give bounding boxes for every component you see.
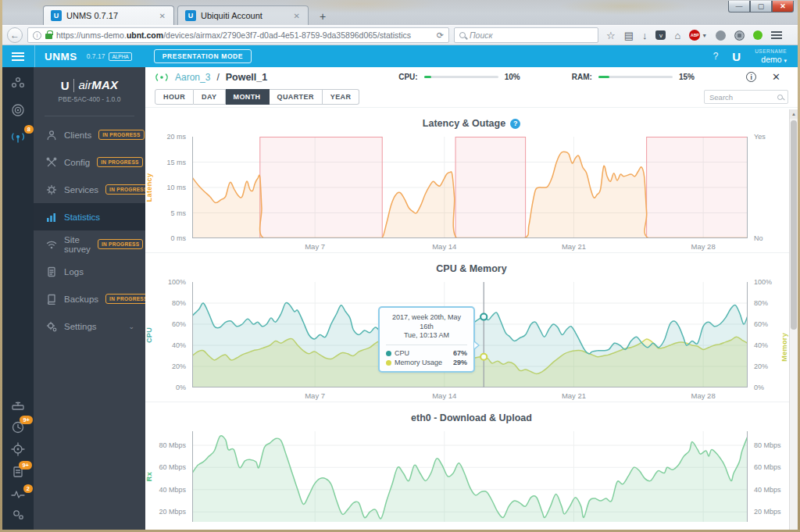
- in-progress-badge: IN PROGRESS: [105, 294, 151, 304]
- tab-month[interactable]: MONTH: [226, 89, 270, 105]
- crosshair-marker: [480, 314, 487, 320]
- url-bar[interactable]: i https://unms-demo.ubnt.com/devices/air…: [27, 27, 449, 43]
- eth0-plot[interactable]: [192, 431, 748, 522]
- tab-day[interactable]: DAY: [194, 89, 225, 105]
- antenna-devices-icon[interactable]: 8: [10, 130, 26, 147]
- sidebar-item-backups[interactable]: Backups IN PROGRESS: [34, 285, 145, 312]
- axis-tick-label: 0%: [754, 384, 764, 391]
- unms-brand[interactable]: UNMS: [45, 51, 77, 62]
- bookmark-star-icon[interactable]: ☆: [606, 30, 616, 41]
- tasks-clock-icon[interactable]: 9+: [11, 420, 25, 437]
- browser-search-bar[interactable]: Поиск: [454, 27, 598, 43]
- tab-hour[interactable]: HOUR: [155, 89, 194, 105]
- window-close-button[interactable]: ✕: [772, 1, 794, 12]
- tab-quarter[interactable]: QUARTER: [270, 89, 323, 105]
- https-lock-icon[interactable]: [45, 34, 52, 39]
- activity-pulse-icon[interactable]: 2: [11, 489, 25, 503]
- browser-window: U UNMS 0.7.17 ✕ U Ubiquiti Account ✕ + —…: [0, 0, 800, 532]
- browser-tab-ubiquiti-account[interactable]: U Ubiquiti Account ✕: [177, 5, 309, 25]
- sidebar-item-statistics[interactable]: Statistics: [34, 203, 145, 230]
- y-axis-title: CPU: [145, 327, 153, 342]
- system-gears-icon[interactable]: [11, 508, 25, 523]
- user-menu[interactable]: USERNAME demo ▾: [755, 48, 787, 64]
- outage-region: [647, 137, 748, 238]
- tab-close-icon[interactable]: ✕: [293, 12, 301, 20]
- sidebar-item-services[interactable]: Services IN PROGRESS: [34, 176, 145, 203]
- menu-hamburger-icon[interactable]: [771, 31, 782, 39]
- y-axis-title: Latency: [145, 173, 153, 202]
- window-maximize-button[interactable]: ▢: [750, 1, 772, 12]
- panel-scrollbar[interactable]: ▲: [789, 109, 798, 530]
- tab-close-icon[interactable]: ✕: [159, 12, 166, 20]
- y-axis-title: Rx: [145, 472, 153, 481]
- window-titlebar: U UNMS 0.7.17 ✕ U Ubiquiti Account ✕ + —…: [0, 0, 800, 25]
- sidebar-toggle-icon[interactable]: [12, 52, 24, 61]
- axis-tick-label: 80%: [172, 299, 186, 307]
- extension-icon[interactable]: [716, 30, 726, 41]
- x-axis-tick-label: May 14: [432, 242, 456, 251]
- sidebar-item-settings[interactable]: Settings ⌄: [34, 312, 145, 340]
- target-extension-icon[interactable]: [734, 30, 745, 41]
- navbar-icons: ☆ ▤ ↓ v ⌂ ABP▼: [603, 30, 785, 41]
- latency-outage-plot[interactable]: [192, 137, 748, 238]
- panel-search-input[interactable]: Search: [704, 90, 788, 104]
- device-discovery-icon[interactable]: [11, 400, 25, 414]
- panel-close-icon[interactable]: ✕: [772, 71, 780, 83]
- outage-region: [455, 137, 526, 238]
- tab-title: UNMS 0.7.17: [66, 11, 154, 20]
- time-range-tabs: HOUR DAY MONTH QUARTER YEAR: [155, 89, 359, 105]
- sites-cluster-icon[interactable]: [11, 77, 25, 92]
- breadcrumb-separator: /: [216, 72, 219, 83]
- memory-series-dot: [386, 360, 391, 366]
- chart-toolbar: HOUR DAY MONTH QUARTER YEAR Search: [145, 87, 798, 107]
- reload-icon[interactable]: ⟳: [437, 30, 444, 41]
- sidebar-item-site-survey[interactable]: Site survey IN PROGRESS: [34, 230, 145, 258]
- outage-region: [260, 137, 382, 238]
- in-progress-badge: IN PROGRESS: [98, 130, 144, 140]
- downloads-icon[interactable]: ↓: [642, 30, 648, 41]
- help-icon[interactable]: ?: [510, 119, 520, 129]
- logs-document-icon[interactable]: 9+: [12, 466, 24, 481]
- sidebar-item-clients[interactable]: Clients IN PROGRESS: [34, 121, 145, 148]
- scrollbar-up-arrow[interactable]: ▲: [790, 109, 798, 119]
- help-icon[interactable]: ?: [713, 51, 719, 62]
- browser-navbar: ← i https://unms-demo.ubnt.com/devices/a…: [2, 25, 798, 45]
- axis-tick-label: 80%: [754, 299, 768, 307]
- chart-title: Latency & Outage ?: [145, 118, 798, 129]
- locate-crosshair-icon[interactable]: [11, 442, 25, 459]
- bookmarks-menu-icon[interactable]: ▤: [624, 30, 634, 41]
- radar-target-icon[interactable]: [11, 103, 25, 120]
- search-icon: [777, 95, 783, 100]
- y-axis-left: 80 Mbps60 Mbps40 Mbps20 MbpsRx: [145, 431, 192, 522]
- latency-outage-section: Latency & Outage ? 20 ms15 ms10 ms5 ms0 …: [145, 107, 798, 252]
- pocket-icon[interactable]: v: [655, 30, 666, 40]
- sidebar-item-logs[interactable]: Logs: [34, 258, 145, 285]
- tab-year[interactable]: YEAR: [323, 89, 360, 105]
- axis-tick-label: 0 ms: [170, 234, 186, 242]
- window-minimize-button[interactable]: —: [728, 1, 750, 12]
- url-text[interactable]: https://unms-demo.ubnt.com/devices/airma…: [56, 30, 433, 40]
- y-axis-left: 100%80%60%40%20%0%CPU: [145, 282, 192, 387]
- sidebar-item-config[interactable]: Config IN PROGRESS: [34, 148, 145, 176]
- site-identity-icon[interactable]: i: [33, 31, 41, 40]
- new-tab-button[interactable]: +: [313, 10, 332, 25]
- browser-tab-unms[interactable]: U UNMS 0.7.17 ✕: [43, 5, 174, 25]
- home-icon[interactable]: ⌂: [674, 30, 680, 41]
- back-button[interactable]: ←: [7, 27, 23, 43]
- axis-tick-label: 20 Mbps: [754, 508, 781, 516]
- x-axis: May 7May 14May 21May 28: [192, 238, 748, 252]
- adblock-icon[interactable]: ABP▼: [689, 30, 707, 41]
- in-progress-badge: IN PROGRESS: [97, 157, 142, 167]
- ubiquiti-u-logo: U: [61, 79, 75, 92]
- cpu-memory-plot[interactable]: 2017, week 20th, May 16th Tue, 10:13 AM …: [192, 282, 748, 387]
- x-axis-tick-label: May 28: [691, 391, 716, 400]
- device-info-icon[interactable]: i: [746, 72, 756, 82]
- sidebar-divider: [45, 116, 134, 116]
- crosshair-marker: [480, 354, 487, 360]
- cpu-gauge-track: [424, 76, 498, 78]
- status-dot-icon[interactable]: [753, 30, 762, 40]
- ubiquiti-logo[interactable]: U: [732, 50, 741, 63]
- scrollbar-thumb[interactable]: [791, 120, 797, 330]
- site-breadcrumb-link[interactable]: Aaron_3: [175, 72, 210, 83]
- presentation-mode-button[interactable]: PRESENTATION MODE: [154, 49, 252, 63]
